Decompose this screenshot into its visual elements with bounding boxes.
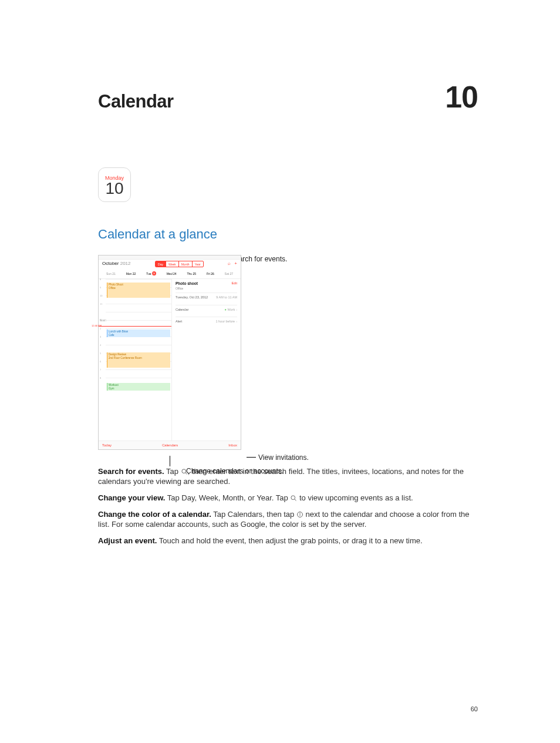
calendar-app-icon: Monday 10	[98, 167, 131, 202]
day-fri[interactable]: Fri 26	[207, 272, 214, 276]
edit-button[interactable]: Edit	[232, 281, 237, 285]
calendars-button[interactable]: Calendars	[162, 443, 178, 448]
search-icon	[290, 495, 297, 502]
inbox-button[interactable]: Inbox	[228, 443, 237, 448]
chapter-title: Calendar	[98, 89, 174, 114]
hour-8: 8	[100, 278, 101, 281]
tab-year[interactable]: Year	[193, 261, 203, 267]
paragraph-search: Search for events. Tap , then enter text…	[98, 466, 478, 487]
month-label: October	[102, 261, 119, 266]
detail-datetime: Tuesday, Oct 23, 2012 9 AM to 11 AM	[176, 293, 237, 302]
text: Tap	[164, 467, 181, 476]
calendar-figure: Change views. Search for events. October…	[98, 255, 345, 450]
callout-view-invitations: View invitations.	[247, 453, 309, 462]
event-location: Cafe	[109, 334, 169, 337]
svg-point-0	[182, 469, 186, 473]
event-location: Office	[109, 287, 169, 290]
label: Alert	[176, 320, 182, 324]
detail-time: 9 AM to 11 AM	[216, 295, 237, 300]
hour-7pm: 7	[100, 368, 101, 371]
hour-4pm: 4	[100, 344, 101, 347]
view-switcher[interactable]: Day Week Month Year	[155, 261, 204, 267]
callout-change-calendars: Change calendars or accounts.	[186, 466, 284, 476]
app-icon-date: 10	[105, 180, 123, 197]
paragraph-change-color: Change the color of a calendar. Tap Cale…	[98, 509, 478, 530]
hour-8pm: 8	[100, 376, 101, 379]
add-event-icon[interactable]: +	[234, 261, 237, 267]
body-text: Search for events. Tap , then enter text…	[98, 466, 478, 546]
day-tue-selected[interactable]: Tue 23	[146, 271, 156, 275]
page-number: 60	[471, 705, 478, 714]
event-lunch[interactable]: Lunch with Brian Cafe	[107, 330, 170, 337]
lead: Search for events.	[98, 467, 164, 476]
hour-6pm: 6	[100, 360, 101, 363]
text: Tap Calendars, then tap	[211, 510, 296, 519]
callout-text: Change calendars or accounts.	[186, 467, 284, 475]
label: Calendar	[176, 308, 188, 312]
info-icon	[296, 511, 303, 518]
paragraph-adjust-event: Adjust an event. Touch and hold the even…	[98, 536, 478, 546]
detail-alert-row[interactable]: Alert 1 hour before›	[176, 317, 237, 326]
lead: Change the color of a calendar.	[98, 510, 211, 519]
hour-11: 11	[100, 302, 102, 305]
detail-date: Tuesday, Oct 23, 2012	[176, 295, 208, 300]
tab-week[interactable]: Week	[166, 261, 179, 267]
event-design-review[interactable]: Design Review 2nd Floor Conference Room	[107, 352, 170, 368]
event-workout[interactable]: Workout Gym	[107, 383, 170, 391]
status-bar	[99, 255, 241, 260]
paragraph-change-view: Change your view. Tap Day, Week, Month, …	[98, 493, 478, 503]
hour-1pm: 1	[100, 319, 101, 322]
calendar-header: October 2012 Day Week Month Year ⌕ +	[99, 260, 241, 269]
ipad-screenshot: October 2012 Day Week Month Year ⌕ + Sun…	[98, 255, 241, 450]
event-detail-pane: Edit Photo shoot Office Tuesday, Oct 23,…	[172, 279, 241, 447]
value: Work	[227, 308, 235, 311]
today-button[interactable]: Today	[102, 443, 112, 448]
day-label: Tue	[146, 272, 151, 276]
hour-10: 10	[100, 294, 102, 297]
detail-location: Office	[176, 287, 237, 291]
chapter-number: 10	[445, 76, 478, 117]
lead: Adjust an event.	[98, 536, 157, 545]
detail-title: Photo shoot	[176, 281, 237, 287]
hour-2pm: 2	[100, 327, 101, 330]
section-title: Calendar at a glance	[98, 226, 478, 243]
hour-3pm: 3	[100, 335, 101, 338]
svg-point-2	[291, 496, 295, 500]
detail-calendar-row[interactable]: Calendar ● Work›	[176, 305, 237, 314]
event-location: 2nd Floor Conference Room	[109, 357, 169, 360]
value: 1 hour before	[215, 320, 235, 323]
text: Tap Day, Week, Month, or Year. Tap	[165, 493, 290, 502]
lead: Change your view.	[98, 493, 165, 502]
tab-month[interactable]: Month	[179, 261, 193, 267]
chapter-header: Calendar 10	[98, 76, 478, 117]
text: to view upcoming events as a list.	[297, 493, 413, 502]
day-thu[interactable]: Thu 25	[187, 272, 197, 276]
svg-line-3	[295, 499, 296, 501]
day-sat[interactable]: Sat 27	[225, 272, 233, 276]
day-badge: 23	[152, 271, 156, 275]
event-location: Gym	[109, 387, 169, 391]
week-day-row: Sun 21 Mon 22 Tue 23 Wed 24 Thu 25 Fri 2…	[99, 269, 241, 279]
callout-text: View invitations.	[258, 453, 309, 462]
day-sun[interactable]: Sun 21	[106, 272, 116, 276]
svg-point-6	[300, 513, 301, 513]
calendar-toolbar: Today Calendars Inbox	[99, 441, 241, 449]
hour-9: 9	[100, 286, 101, 289]
search-icon[interactable]: ⌕	[228, 261, 231, 267]
year-label: 2012	[120, 261, 131, 266]
day-wed[interactable]: Wed 24	[166, 272, 176, 276]
day-timeline[interactable]: 8 9 10 11 Noon 12:46 PM 1 2 3 4 5 6 7 8	[99, 279, 172, 447]
hour-5pm: 5	[100, 352, 101, 355]
event-photo-shoot[interactable]: Photo Shoot Office	[107, 283, 170, 298]
day-mon[interactable]: Mon 22	[126, 272, 136, 276]
calendar-month-title: October 2012	[102, 261, 131, 267]
text: Touch and hold the event, then adjust th…	[157, 536, 422, 545]
tab-day[interactable]: Day	[156, 261, 166, 267]
